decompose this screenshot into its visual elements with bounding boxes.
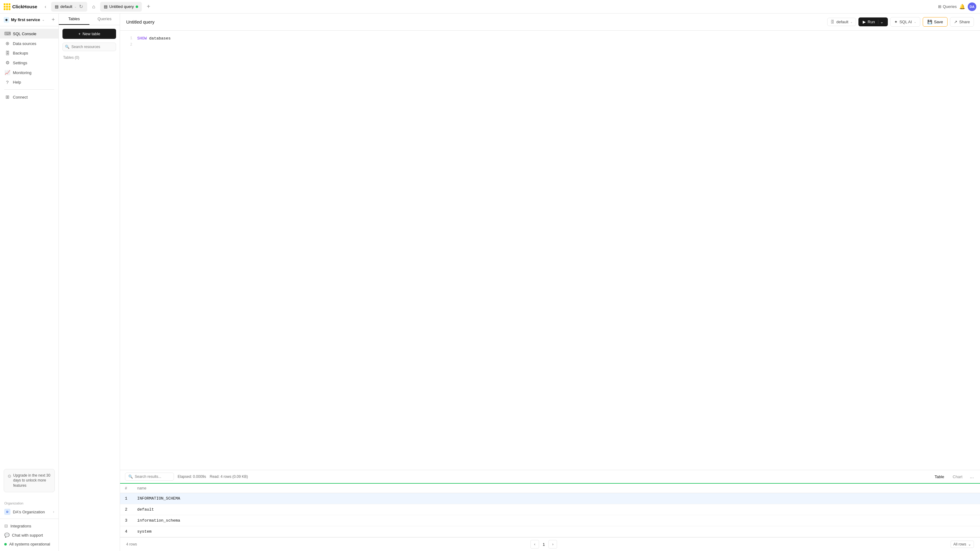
table-view-button[interactable]: Table bbox=[932, 473, 947, 480]
cell-name: information_schema bbox=[132, 515, 980, 526]
cell-num: 4 bbox=[120, 526, 132, 537]
org-label: Organization bbox=[4, 502, 54, 505]
upgrade-box[interactable]: ⊙ Upgrade in the next 30 days to unlock … bbox=[4, 469, 55, 492]
upgrade-icon: ⊙ bbox=[8, 473, 11, 488]
user-avatar[interactable]: DA bbox=[968, 2, 976, 11]
table-row[interactable]: 3 information_schema bbox=[120, 515, 980, 526]
add-tab-button[interactable]: + bbox=[144, 2, 153, 11]
tab-query[interactable]: ▤ Untitled query bbox=[100, 2, 142, 12]
table-row[interactable]: 2 default bbox=[120, 504, 980, 515]
results-bar: 🔍 Elapsed: 0.0009s Read: 4 rows (0.09 KB… bbox=[120, 470, 980, 484]
table-row[interactable]: 1 INFORMATION_SCHEMA bbox=[120, 493, 980, 504]
tables-count-label: Tables (0) bbox=[59, 54, 120, 62]
play-icon: ▶ bbox=[863, 20, 866, 24]
monitoring-label: Monitoring bbox=[13, 70, 32, 75]
upgrade-text: Upgrade in the next 30 days to unlock mo… bbox=[13, 473, 51, 488]
sql-console-icon: ⌨ bbox=[4, 31, 10, 37]
sidebar-item-settings[interactable]: ⚙ Settings bbox=[0, 58, 59, 68]
run-chevron-icon[interactable]: ⌄ bbox=[878, 20, 883, 24]
results-search-input[interactable] bbox=[135, 475, 170, 479]
sidebar-footer: ⊟ Integrations 💬 Chat with support All s… bbox=[0, 519, 59, 551]
topbar: ClickHouse ‹ ▤ default ⌄ ↻ ⌂ ▤ Untitled … bbox=[0, 0, 980, 13]
mid-panel: Tables Queries + New table 🔍 Tables (0) bbox=[59, 13, 120, 551]
sql-ai-label: SQL AI bbox=[899, 20, 912, 24]
sidebar: ◈ My first service ⌄ + ⌨ SQL Console ⊛ D… bbox=[0, 13, 59, 551]
elapsed-text: Elapsed: 0.0009s bbox=[178, 475, 206, 479]
plus-icon: + bbox=[78, 32, 81, 36]
sql-show-keyword: SHOW bbox=[137, 36, 147, 41]
rows-count: 4 rows bbox=[126, 542, 137, 546]
sidebar-bottom: ⊙ Upgrade in the next 30 days to unlock … bbox=[0, 465, 59, 500]
code-line-1: 1 SHOW databases bbox=[126, 35, 974, 42]
backups-label: Backups bbox=[13, 51, 28, 56]
current-page: 1 bbox=[541, 542, 546, 547]
prev-page-button[interactable]: ‹ bbox=[530, 540, 539, 549]
pagination: ‹ 1 › bbox=[530, 540, 557, 549]
cell-name: INFORMATION_SCHEMA bbox=[132, 493, 980, 504]
new-table-button[interactable]: + New table bbox=[62, 29, 116, 39]
back-button[interactable]: ‹ bbox=[42, 3, 49, 11]
run-button[interactable]: ▶ Run ⌄ bbox=[858, 17, 888, 26]
backups-icon: 🗄 bbox=[4, 51, 10, 56]
db-chevron-icon: ⌄ bbox=[850, 20, 853, 24]
home-button[interactable]: ⌂ bbox=[90, 3, 98, 11]
more-options-button[interactable]: ... bbox=[969, 473, 975, 481]
settings-label: Settings bbox=[13, 60, 27, 65]
service-name[interactable]: ◈ My first service ⌄ bbox=[4, 17, 45, 23]
save-button[interactable]: 💾 Save bbox=[923, 17, 948, 27]
integrations-label: Integrations bbox=[10, 524, 31, 528]
sidebar-item-backups[interactable]: 🗄 Backups bbox=[0, 48, 59, 58]
notifications-icon[interactable]: 🔔 bbox=[959, 4, 965, 10]
save-label: Save bbox=[934, 20, 943, 24]
topbar-right: ⊞ Queries 🔔 DA bbox=[938, 2, 976, 11]
code-editor[interactable]: 1 SHOW databases 2 bbox=[120, 30, 980, 470]
logo-grid-icon bbox=[4, 3, 10, 10]
sidebar-item-data-sources[interactable]: ⊛ Data sources bbox=[0, 38, 59, 48]
org-section: Organization D DA's Organization › bbox=[0, 500, 59, 519]
next-page-button[interactable]: › bbox=[549, 540, 557, 549]
add-service-button[interactable]: + bbox=[51, 16, 55, 23]
data-sources-label: Data sources bbox=[13, 41, 37, 46]
settings-icon: ⚙ bbox=[4, 60, 10, 65]
sql-ai-chevron-icon: ⌄ bbox=[914, 20, 916, 24]
cell-name: default bbox=[132, 504, 980, 515]
service-name-label: My first service bbox=[11, 17, 40, 22]
read-text: Read: 4 rows (0.09 KB) bbox=[210, 475, 248, 479]
table-row[interactable]: 4 system bbox=[120, 526, 980, 537]
sidebar-item-sql-console[interactable]: ⌨ SQL Console bbox=[0, 29, 59, 38]
app-name: ClickHouse bbox=[12, 4, 37, 9]
rows-per-page-selector[interactable]: All rows ⌄ bbox=[951, 541, 974, 548]
search-resources-input[interactable] bbox=[62, 43, 116, 51]
chat-icon: 💬 bbox=[4, 533, 10, 538]
share-icon: ↗ bbox=[954, 20, 957, 24]
service-header: ◈ My first service ⌄ + bbox=[0, 13, 59, 26]
app-logo[interactable]: ClickHouse bbox=[4, 3, 37, 10]
sidebar-item-connect[interactable]: ⊞ Connect bbox=[0, 92, 59, 102]
status-dot-icon bbox=[4, 543, 7, 546]
sidebar-item-monitoring[interactable]: 📈 Monitoring bbox=[0, 68, 59, 78]
tab-default[interactable]: ▤ default ⌄ ↻ bbox=[51, 2, 87, 12]
help-icon: ? bbox=[4, 79, 10, 85]
integrations-item[interactable]: ⊟ Integrations bbox=[0, 521, 59, 530]
org-item[interactable]: D DA's Organization › bbox=[4, 507, 54, 517]
share-button[interactable]: ↗ Share bbox=[950, 17, 974, 27]
table-header-row: # name bbox=[120, 484, 980, 493]
tab-tables[interactable]: Tables bbox=[59, 13, 89, 25]
sidebar-item-help[interactable]: ? Help bbox=[0, 78, 59, 87]
content-header: Untitled query 🗄 default ⌄ ▶ Run ⌄ ✦ SQL… bbox=[120, 13, 980, 30]
chat-support-item[interactable]: 💬 Chat with support bbox=[0, 530, 59, 540]
tab-query-label: Untitled query bbox=[109, 4, 134, 9]
data-sources-icon: ⊛ bbox=[4, 41, 10, 46]
sql-ai-button[interactable]: ✦ SQL AI ⌄ bbox=[890, 17, 920, 27]
chart-view-button[interactable]: Chart bbox=[950, 473, 965, 480]
queries-button[interactable]: ⊞ Queries bbox=[938, 4, 957, 9]
query-title: Untitled query bbox=[126, 19, 155, 24]
results-search-box[interactable]: 🔍 bbox=[125, 473, 174, 481]
code-content-2 bbox=[137, 42, 140, 48]
tab-default-refresh[interactable]: ↻ bbox=[78, 4, 84, 10]
db-selector[interactable]: 🗄 default ⌄ bbox=[827, 18, 856, 26]
code-content-1: SHOW databases bbox=[137, 35, 170, 42]
connect-icon: ⊞ bbox=[4, 94, 10, 100]
tab-queries[interactable]: Queries bbox=[89, 13, 120, 25]
queries-label: Queries bbox=[943, 4, 957, 9]
